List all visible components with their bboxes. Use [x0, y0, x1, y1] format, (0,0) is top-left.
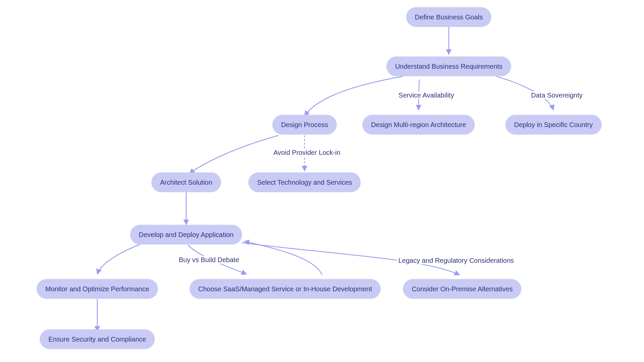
label-avoid-lockin: Avoid Provider Lock-in — [272, 149, 342, 157]
node-develop-deploy: Develop and Deploy Application — [130, 225, 242, 245]
node-define-business-goals: Define Business Goals — [406, 7, 491, 27]
label-legacy-regulatory: Legacy and Regulatory Considerations — [397, 257, 516, 264]
node-security-compliance: Ensure Security and Compliance — [40, 329, 155, 349]
node-choose-saas: Choose SaaS/Managed Service or In-House … — [190, 279, 381, 299]
node-select-technology: Select Technology and Services — [248, 173, 361, 192]
edge-understand-design — [305, 76, 402, 116]
node-architect-solution: Architect Solution — [151, 173, 221, 192]
node-on-premise: Consider On-Premise Alternatives — [403, 279, 521, 299]
node-design-process: Design Process — [272, 115, 337, 135]
edge-saas-develop — [244, 241, 322, 275]
edge-develop-monitor — [97, 244, 141, 274]
node-monitor-optimize: Monitor and Optimize Performance — [37, 279, 158, 299]
label-data-sovereignty: Data Sovereignty — [530, 92, 584, 99]
node-multi-region-architecture: Design Multi-region Architecture — [362, 115, 475, 135]
flowchart-canvas: Define Business Goals Understand Busines… — [0, 0, 644, 362]
edge-design-architect — [190, 135, 278, 174]
label-buy-vs-build: Buy vs Build Debate — [177, 256, 240, 264]
label-service-availability: Service Availability — [397, 92, 455, 99]
node-deploy-specific-country: Deploy in Specific Country — [505, 115, 602, 135]
node-understand-requirements: Understand Business Requirements — [386, 57, 511, 76]
